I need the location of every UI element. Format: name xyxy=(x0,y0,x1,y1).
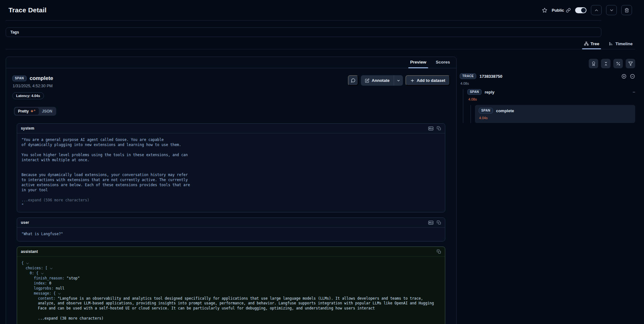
add-to-dataset-label: Add to dataset xyxy=(417,78,445,83)
json-value: { xyxy=(53,291,56,296)
span-duration: 4.08s xyxy=(468,97,635,101)
span-type-badge: SPAN xyxy=(467,89,482,95)
panel-tabs: Preview Scores xyxy=(6,57,456,68)
metrics-toggle-button[interactable] xyxy=(613,59,623,68)
collapse-chevron-icon[interactable] xyxy=(58,292,61,294)
plus-icon xyxy=(410,78,415,83)
observation-meta: SPAN complete 1/31/2025, 4:52:30 PM Late… xyxy=(12,75,53,99)
collapse-chevron-icon[interactable] xyxy=(26,262,29,264)
user-message-body: "What is Langfuse?" xyxy=(17,228,445,241)
user-message-header: user xyxy=(17,218,445,228)
collapse-node-icon[interactable]: − xyxy=(633,90,635,94)
message-line: in your tool xyxy=(21,188,440,193)
pretty-label: Pretty xyxy=(18,109,29,113)
message-line: "What is Langfuse?" xyxy=(21,232,440,237)
json-line: index: 0 xyxy=(21,281,440,286)
annotate-button[interactable]: Annotate xyxy=(361,75,393,86)
message-header-icons xyxy=(428,126,441,131)
top-bar: Trace Detail Public xyxy=(0,0,644,20)
copy-icon[interactable] xyxy=(437,126,441,131)
minus-circle-icon[interactable] xyxy=(630,74,635,79)
delete-trace-button[interactable] xyxy=(621,5,632,15)
message-line xyxy=(21,168,440,173)
trace-id: 1738338750 xyxy=(479,74,502,79)
tab-scores[interactable]: Scores xyxy=(435,57,451,68)
tags-container[interactable]: Tags xyxy=(6,28,601,37)
annotate-label: Annotate xyxy=(372,78,389,83)
link-icon xyxy=(566,8,571,13)
markdown-icon[interactable] xyxy=(428,221,434,225)
collapse-chevron-icon[interactable] xyxy=(41,272,43,274)
chevron-up-icon xyxy=(594,8,599,13)
message-line: "You are a general purpose AI agent call… xyxy=(21,138,440,143)
format-pretty-button[interactable]: Pretty ✦✧ xyxy=(15,108,39,115)
award-icon xyxy=(591,61,596,66)
json-line: logprobs: null xyxy=(21,286,440,291)
expand-toggle[interactable]: ...expand (38 more characters) xyxy=(21,316,440,321)
json-line: choices: [ xyxy=(21,266,440,271)
tab-timeline[interactable]: Timeline xyxy=(608,40,633,49)
message-line xyxy=(21,162,440,168)
collapse-all-button[interactable] xyxy=(601,59,611,68)
comment-button[interactable] xyxy=(348,75,358,86)
span-type-badge: SPAN xyxy=(479,108,493,113)
json-label: JSON xyxy=(42,109,52,113)
tree-node-complete-selected[interactable]: SPAN complete 4.04s xyxy=(475,105,635,123)
json-value: ...expand (38 more characters) xyxy=(38,316,104,321)
message-line: " xyxy=(21,203,440,208)
public-link-group[interactable]: Public xyxy=(552,8,571,13)
public-toggle[interactable] xyxy=(575,7,586,13)
observation-actions: Annotate Add to dataset xyxy=(348,75,450,86)
add-to-dataset-button[interactable]: Add to dataset xyxy=(405,75,450,86)
chevron-down-icon xyxy=(397,79,400,83)
tree-toolbar xyxy=(460,59,635,68)
copy-icon[interactable] xyxy=(437,220,441,225)
assistant-message-header: assistant xyxy=(17,247,445,257)
sparkles-icon: ✦✧ xyxy=(30,109,36,113)
json-value: { xyxy=(36,271,39,275)
json-line: 0: { xyxy=(21,271,440,276)
content-area: Preview Scores SPAN complete 1/31/2025, … xyxy=(0,49,644,324)
filter-button[interactable] xyxy=(626,59,635,68)
json-key: content: xyxy=(38,296,58,301)
tree-node-reply[interactable]: SPAN reply − xyxy=(467,89,635,95)
assistant-message-body: {choices: [0: {finish_reason: "stop"inde… xyxy=(17,257,445,324)
annotate-dropdown-button[interactable] xyxy=(394,75,403,86)
copy-icon[interactable] xyxy=(437,249,441,254)
tab-timeline-label: Timeline xyxy=(615,41,633,46)
tab-preview-label: Preview xyxy=(410,60,426,64)
trace-children: SPAN reply − 4.08s SPAN complete 4.04s xyxy=(463,89,635,123)
system-message-box: system "You are a general purpose AI age… xyxy=(17,123,445,212)
annotate-split-button: Annotate xyxy=(361,75,403,86)
json-key: finish_reason: xyxy=(34,276,67,280)
tab-preview[interactable]: Preview xyxy=(410,57,427,68)
tab-tree-label: Tree xyxy=(591,41,599,46)
trace-tree-root[interactable]: TRACE 1738338750 xyxy=(460,73,635,79)
trace-type-badge: TRACE xyxy=(460,73,476,79)
collapse-chevron-icon[interactable] xyxy=(50,267,52,269)
page-title: Trace Detail xyxy=(9,6,46,14)
tab-scores-label: Scores xyxy=(436,60,450,64)
user-message-box: user "What is Langfuse?" xyxy=(17,217,445,241)
json-value: null xyxy=(56,286,64,290)
json-key: 0: xyxy=(30,271,36,275)
plus-circle-icon[interactable] xyxy=(621,74,627,79)
star-icon[interactable] xyxy=(542,8,547,13)
json-value: [ xyxy=(45,266,47,270)
message-role-label: assistant xyxy=(21,249,38,254)
message-line: interact with multiple at once. xyxy=(21,158,440,163)
next-trace-button[interactable] xyxy=(606,5,617,15)
markdown-icon[interactable] xyxy=(428,126,434,131)
view-tabs: Tree Timeline xyxy=(6,40,635,49)
expand-toggle[interactable]: ...expand (596 more characters) xyxy=(21,198,440,203)
scores-toggle-button[interactable] xyxy=(589,59,598,68)
previous-trace-button[interactable] xyxy=(591,5,602,15)
assistant-message-box: assistant {choices: [0: {finish_reason: … xyxy=(17,247,445,324)
tab-tree[interactable]: Tree xyxy=(583,40,600,49)
format-json-button[interactable]: JSON xyxy=(39,108,56,115)
observation-panel: Preview Scores SPAN complete 1/31/2025, … xyxy=(6,57,457,324)
message-line: to interactions with extensions that are… xyxy=(21,178,440,183)
comment-icon xyxy=(351,78,355,83)
message-header-icons xyxy=(437,249,441,254)
json-value: 0 xyxy=(49,281,51,285)
